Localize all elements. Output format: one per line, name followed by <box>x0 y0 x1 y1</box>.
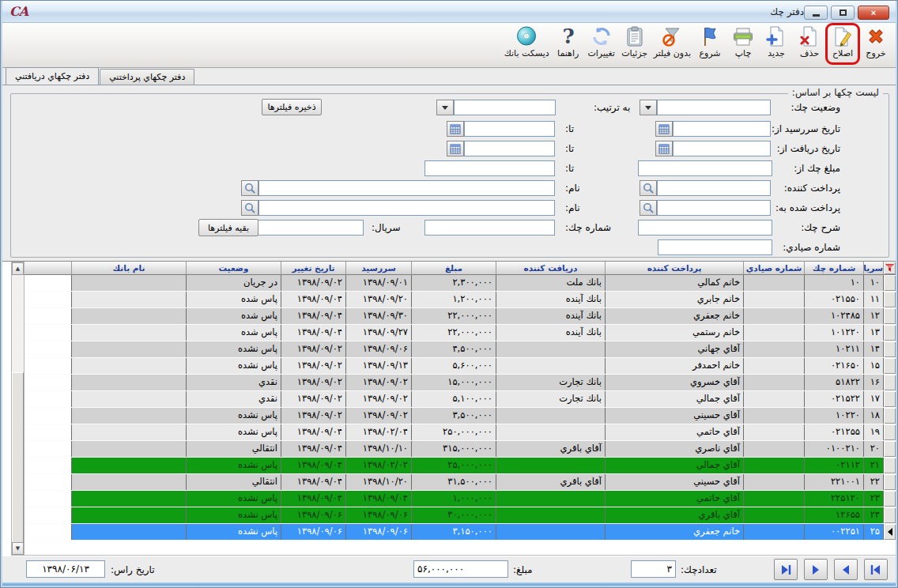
amount-to-input[interactable] <box>424 160 555 176</box>
exit-button[interactable]: خروج <box>859 24 892 66</box>
nav-start-button[interactable] <box>864 559 888 580</box>
row-header[interactable] <box>883 375 896 390</box>
maximize-button[interactable] <box>831 6 855 20</box>
column-header-check-number[interactable]: شماره چك <box>804 262 863 275</box>
column-header-receiver[interactable]: دريافت كننده <box>496 262 605 275</box>
payer-code-input[interactable] <box>657 180 771 196</box>
receive-date-to-calendar-button[interactable] <box>447 141 464 156</box>
column-header-due-date[interactable]: سررسيد <box>345 262 411 275</box>
order-dropdown-button[interactable] <box>436 100 454 115</box>
check-count-field[interactable] <box>631 560 676 578</box>
paid-to-name-input[interactable] <box>258 200 555 216</box>
check-status-input[interactable] <box>657 100 771 115</box>
scrollbar-thumb[interactable] <box>12 372 24 543</box>
nav-prev-button[interactable] <box>834 559 858 580</box>
tab-receivable-checks[interactable]: دفتر چكهاي دريافتني <box>6 67 99 85</box>
order-input[interactable] <box>454 100 556 115</box>
row-header[interactable] <box>883 441 896 457</box>
delete-button[interactable]: حذف <box>793 24 826 66</box>
table-row[interactable]: ۲۲ ۲۲۱۰۰۱ آقاي حسيني آقاي باقري ۳۱,۵۰۰,۰… <box>2 474 896 491</box>
payer-name-label: نام: <box>565 180 579 196</box>
due-date-to-calendar-button[interactable] <box>447 121 464 137</box>
receive-date-from-calendar-button[interactable] <box>655 141 673 156</box>
receive-date-from-input[interactable] <box>673 141 771 156</box>
help-button[interactable]: ? راهنما <box>552 24 585 66</box>
no-filter-button[interactable]: بدون فيلتر <box>651 24 693 66</box>
table-row[interactable]: ۱۳ ۱۰۱۲۲۰ خانم رستمي بانك آينده ۲۲,۰۰۰,۰… <box>2 325 896 341</box>
due-date-from-calendar-button[interactable] <box>655 121 673 137</box>
column-header-payer[interactable]: پرداخت كننده <box>605 262 743 275</box>
paid-to-name-search-button[interactable] <box>241 200 258 216</box>
column-header-amount[interactable]: مبلغ <box>411 262 496 275</box>
table-row[interactable]: ۱۱ ۰۲۱۵۵۰ خانم جابري بانك آينده ۱,۲۰۰,۰۰… <box>2 292 896 308</box>
nav-next-button[interactable] <box>804 559 828 580</box>
check-number-input[interactable] <box>424 220 555 236</box>
row-header[interactable] <box>883 341 896 357</box>
row-header[interactable] <box>883 424 896 440</box>
column-header-sayadi[interactable]: شماره صيادي <box>743 262 804 275</box>
column-header-status[interactable]: وضعيت <box>186 262 281 275</box>
row-header[interactable] <box>883 507 896 523</box>
due-date-to-input[interactable] <box>464 121 555 137</box>
table-row[interactable]: ۲۵ ۰۰۲۲۵۱ خانم جعفري ۳,۱۵۰,۰۰۰ ۱۳۹۸/۰۹/۰… <box>2 524 896 541</box>
more-filters-button[interactable]: بقيه فيلترها <box>198 219 258 236</box>
due-date-from-input[interactable] <box>673 121 771 137</box>
bank-diskette-button[interactable]: ديسكت بانك <box>502 24 552 66</box>
table-row[interactable]: ۲۴ ۱۲۶۵۵ آقاي باقري ۳۰,۰۰۰,۰۰۰ ۱۳۹۸/۰۹/۰… <box>2 507 896 524</box>
table-row[interactable]: ۱۲ ۱۰۲۴۸۵ خانم جعفري بانك آينده ۲۲,۰۰۰,۰… <box>2 308 896 325</box>
vertical-scrollbar[interactable]: ▲ ▼ <box>11 262 25 556</box>
amount-from-input[interactable] <box>638 160 772 176</box>
row-header[interactable] <box>883 408 896 424</box>
payer-name-search-button[interactable] <box>241 180 258 196</box>
scroll-up-button[interactable]: ▲ <box>12 262 24 275</box>
total-amount-field[interactable] <box>413 560 508 578</box>
row-header[interactable] <box>883 275 896 291</box>
row-header[interactable] <box>883 391 896 407</box>
table-row[interactable]: ۱۶ ۵۱۸۲۲ آقاي خسروي بانك تجارت ۱۵,۰۰۰,۰۰… <box>2 375 896 391</box>
cell-serial: ۲۳ <box>863 491 883 507</box>
row-header[interactable] <box>883 458 896 473</box>
payer-name-input[interactable] <box>258 180 555 196</box>
receive-date-to-input[interactable] <box>464 141 555 156</box>
edit-button[interactable]: اصلاح <box>826 24 859 66</box>
check-status-dropdown-button[interactable] <box>640 100 657 115</box>
table-row[interactable]: ۱۷ ۰۲۱۵۲۲ آقاي جمالي بانك تجارت ۵,۱۰۰,۰۰… <box>2 391 896 408</box>
new-button[interactable]: جديد <box>760 24 793 66</box>
print-button[interactable]: چاپ <box>726 24 760 66</box>
table-row[interactable]: ۲۳ ۲۲۵۱۲۰ آقاي حاتمي ۱,۰۰۰,۰۰۰ ۱۳۹۸/۰۹/۰… <box>2 491 896 507</box>
scroll-down-button[interactable]: ▼ <box>12 542 24 555</box>
tab-payable-checks[interactable]: دفتر چكهاي پرداختني <box>100 69 194 85</box>
details-button[interactable]: جزئيات <box>618 24 651 66</box>
ras-date-field[interactable] <box>26 560 105 578</box>
column-header-bank-name[interactable]: نام بانك <box>71 262 186 275</box>
row-header[interactable] <box>883 358 896 374</box>
column-header-change-date[interactable]: تاريخ تغيير <box>281 262 345 275</box>
paid-to-code-input[interactable] <box>657 200 771 216</box>
save-filters-button[interactable]: ذخيره فيلترها <box>262 99 322 115</box>
row-header[interactable] <box>883 524 896 540</box>
column-header-serial[interactable]: سريال <box>863 262 883 275</box>
row-header[interactable] <box>883 325 896 341</box>
table-row[interactable]: ۱۰ ۱۰ خانم كمالي بانك ملت ۲,۳۰۰,۰۰۰ ۱۳۹۸… <box>2 275 896 292</box>
payer-search-button[interactable] <box>640 180 657 196</box>
table-row[interactable]: ۱۹ ۰۲۱۲۵۵ آقاي حاتمي ۲۵۰,۰۰۰,۰۰۰ ۱۳۹۸/۰۲… <box>2 424 896 441</box>
header-filter-cell[interactable] <box>883 262 896 275</box>
nav-end-button[interactable] <box>774 559 798 580</box>
row-header[interactable] <box>883 474 896 490</box>
table-row[interactable]: ۲۱ ۰۲۱۱۲ آقاي جمالي ۲۵,۰۰۰,۰۰۰ ۱۳۹۸/۰۲/۰… <box>2 458 896 474</box>
minimize-button[interactable] <box>804 6 828 20</box>
sayadi-number-input[interactable] <box>658 239 772 255</box>
row-header[interactable] <box>883 491 896 507</box>
table-row[interactable]: ۱۸ ۱۰۲۲۰ آقاي حسيني ۳,۵۰۰,۰۰۰ ۱۳۹۸/۰۹/۰۲… <box>2 408 896 424</box>
start-button[interactable]: شروع <box>693 24 726 66</box>
row-header[interactable] <box>883 292 896 307</box>
paid-to-search-button[interactable] <box>640 200 657 216</box>
table-row[interactable]: ۱۴ ۱۰۲۱۱ آقاي جهاني ۴,۵۰۰,۰۰۰ ۱۳۹۸/۰۹/۰۶… <box>2 341 896 358</box>
table-row[interactable]: ۱۵ ۰۲۱۶۵۰ خانم احمدفر ۵,۶۰۰,۰۰۰ ۱۳۹۸/۰۹/… <box>2 358 896 375</box>
close-button[interactable]: × <box>858 6 889 20</box>
changes-button[interactable]: تغييرات <box>585 24 618 66</box>
row-header[interactable] <box>883 308 896 324</box>
serial-input[interactable] <box>257 220 364 236</box>
check-description-input[interactable] <box>638 220 772 236</box>
table-row[interactable]: ۲۰ ۰۱۰۰۲۱۰ آقاي ناصري آقاي باقري ۳۱۵,۰۰۰… <box>2 441 896 458</box>
